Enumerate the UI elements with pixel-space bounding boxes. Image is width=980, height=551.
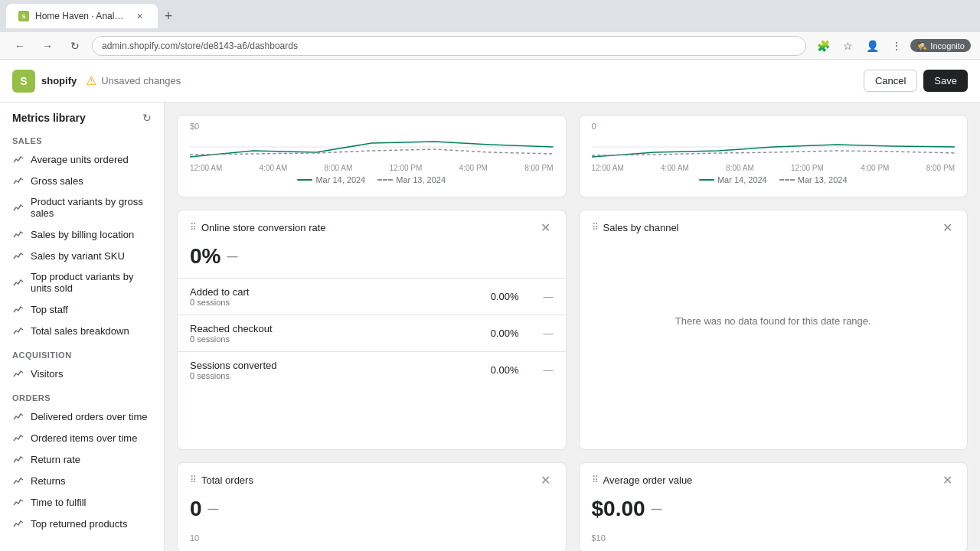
sales-channel-close-button[interactable]: ✕ — [939, 220, 955, 235]
sidebar-item-product-variants[interactable]: Product variants by gross sales — [0, 191, 164, 223]
legend-item-previous: Mar 13, 2024 — [377, 175, 446, 184]
bookmark-icon[interactable]: ☆ — [837, 35, 858, 57]
avg-y-label: $10 — [592, 533, 956, 543]
forward-button[interactable]: → — [37, 35, 58, 57]
avg-order-header: ⠿ Average order value ✕ — [580, 463, 968, 497]
browser-nav: ← → ↻ admin.shopify.com/store/de8143-a6/… — [0, 32, 980, 60]
total-orders-value: 0 — — [178, 497, 566, 527]
sidebar-section-sales-title: Sales — [0, 130, 164, 148]
chart-icon — [12, 174, 24, 187]
app-body: Metrics library ↻ Sales Average units or… — [0, 103, 980, 551]
conversion-title-text: Online store conversion rate — [201, 222, 326, 233]
right-chart-area: 0 12:00 AM 4:00 AM 8:00 AM 12:00 PM 4:00… — [580, 116, 968, 197]
total-orders-close-button[interactable]: ✕ — [538, 472, 554, 487]
active-tab[interactable]: S Home Haven · Analytics · Shopi ✕ — [6, 4, 158, 28]
drag-handle-icon[interactable]: ⠿ — [190, 474, 197, 485]
sidebar-item-ordered-items[interactable]: Ordered items over time — [0, 427, 164, 448]
sidebar-section-acquisition: Acquisition Visitors — [0, 344, 164, 384]
total-orders-chart: 10 — [178, 527, 566, 551]
sidebar-item-returns[interactable]: Returns — [0, 470, 164, 491]
shopify-wordmark: shopify — [41, 75, 77, 86]
sidebar-section-acquisition-title: Acquisition — [0, 344, 164, 363]
profile-icon[interactable]: 👤 — [861, 35, 883, 57]
chart-legend: Mar 14, 2024 Mar 13, 2024 — [190, 172, 554, 184]
new-tab-button[interactable]: + — [158, 5, 179, 27]
sidebar-item-return-rate[interactable]: Return rate — [0, 448, 164, 470]
incognito-label: Incognito — [930, 41, 965, 51]
line-chart-svg-right — [592, 135, 956, 158]
chart-icon — [12, 367, 24, 380]
drag-handle-icon[interactable]: ⠿ — [190, 222, 197, 233]
cancel-button[interactable]: Cancel — [864, 70, 917, 92]
total-orders-title: ⠿ Total orders — [190, 474, 253, 486]
sidebar-item-delivered-orders[interactable]: Delivered orders over time — [0, 406, 164, 427]
chart-icon — [12, 228, 24, 240]
header-actions: Cancel Save — [864, 70, 968, 92]
drag-handle-icon[interactable]: ⠿ — [592, 222, 599, 233]
extension-icon[interactable]: 🧩 — [812, 35, 834, 57]
avg-order-value: $0.00 — — [580, 497, 968, 527]
browser-chrome: S Home Haven · Analytics · Shopi ✕ + — [0, 0, 980, 32]
chart-icon — [12, 410, 24, 422]
sidebar-item-visitors[interactable]: Visitors — [0, 363, 164, 384]
table-row: Sessions converted 0 sessions 0.00% — — [178, 352, 566, 389]
sidebar-item-label: Product variants by gross sales — [31, 196, 152, 219]
chart-icon — [12, 453, 24, 465]
tab-favicon: S — [18, 11, 29, 21]
refresh-icon[interactable]: ↻ — [142, 112, 152, 124]
sidebar-item-label: Return rate — [31, 454, 80, 465]
x-axis: 12:00 AM 4:00 AM 8:00 AM 12:00 PM 4:00 P… — [190, 164, 554, 172]
line-chart-svg — [190, 135, 554, 158]
legend-line-solid — [297, 179, 312, 181]
sales-channel-no-data: There was no data found for this date ra… — [580, 244, 968, 397]
row-label: Added to cart 0 sessions — [178, 279, 417, 315]
bottom-row: ⠿ Total orders ✕ 0 — 10 — [177, 462, 968, 551]
back-button[interactable]: ← — [9, 35, 31, 57]
row-compare-dash: — — [531, 279, 566, 315]
conversion-card-title: ⠿ Online store conversion rate — [190, 222, 326, 233]
settings-icon[interactable]: ⋮ — [886, 35, 907, 57]
sidebar: Metrics library ↻ Sales Average units or… — [0, 103, 165, 551]
sidebar-item-time-fulfill[interactable]: Time to fulfill — [0, 491, 164, 513]
chart-icon — [12, 201, 24, 214]
sidebar-item-total-breakdown[interactable]: Total sales breakdown — [0, 320, 164, 341]
x-axis-right: 12:00 AM 4:00 AM 8:00 AM 12:00 PM 4:00 P… — [592, 164, 956, 172]
top-charts-row: $0 12:00 AM 4:00 AM 8:00 AM 12:00 PM 4:0… — [177, 115, 968, 197]
chart-icon — [12, 153, 24, 165]
unsaved-changes-label: Unsaved changes — [101, 75, 181, 86]
address-bar[interactable]: admin.shopify.com/store/de8143-a6/dashbo… — [92, 36, 806, 56]
avg-order-close-button[interactable]: ✕ — [939, 472, 955, 487]
sidebar-item-label: Delivered orders over time — [31, 411, 147, 422]
warning-icon: ⚠ — [86, 73, 96, 88]
app-layout: S shopify ⚠ Unsaved changes Cancel Save … — [0, 60, 980, 551]
incognito-button[interactable]: 🕵 Incognito — [910, 39, 971, 52]
conversion-close-button[interactable]: ✕ — [538, 220, 554, 235]
total-orders-title-text: Total orders — [201, 474, 253, 486]
sidebar-item-sales-billing[interactable]: Sales by billing location — [0, 223, 164, 245]
svg-text:S: S — [21, 13, 26, 20]
sidebar-item-top-staff[interactable]: Top staff — [0, 298, 164, 320]
tab-close-button[interactable]: ✕ — [133, 10, 145, 22]
sidebar-title: Metrics library — [12, 112, 86, 124]
save-button[interactable]: Save — [923, 70, 968, 92]
conversion-table: Added to cart 0 sessions 0.00% — Reached… — [178, 278, 566, 388]
tab-bar: S Home Haven · Analytics · Shopi ✕ + — [6, 0, 179, 32]
table-row: Added to cart 0 sessions 0.00% — — [178, 279, 566, 315]
sidebar-item-sales-variant[interactable]: Sales by variant SKU — [0, 245, 164, 266]
reload-button[interactable]: ↻ — [64, 35, 86, 57]
conversion-rate-value: 0% — — [178, 244, 566, 278]
sales-channel-header: ⠿ Sales by channel ✕ — [580, 210, 968, 244]
sidebar-item-avg-units[interactable]: Average units ordered — [0, 148, 164, 170]
left-chart-card: $0 12:00 AM 4:00 AM 8:00 AM 12:00 PM 4:0… — [177, 115, 567, 197]
orders-dash: — — [208, 503, 219, 515]
drag-handle-icon[interactable]: ⠿ — [592, 474, 599, 485]
orders-y-label: 10 — [190, 533, 554, 543]
sidebar-item-gross-sales[interactable]: Gross sales — [0, 170, 164, 191]
sidebar-item-label: Returns — [31, 475, 66, 487]
sidebar-item-top-product[interactable]: Top product variants by units sold — [0, 266, 164, 298]
sidebar-item-label: Gross sales — [31, 175, 83, 187]
total-orders-card: ⠿ Total orders ✕ 0 — 10 — [177, 462, 567, 551]
sidebar-item-top-returned[interactable]: Top returned products — [0, 513, 164, 534]
row-label: Sessions converted 0 sessions — [178, 352, 417, 389]
right-chart-card: 0 12:00 AM 4:00 AM 8:00 AM 12:00 PM 4:00… — [579, 115, 969, 197]
